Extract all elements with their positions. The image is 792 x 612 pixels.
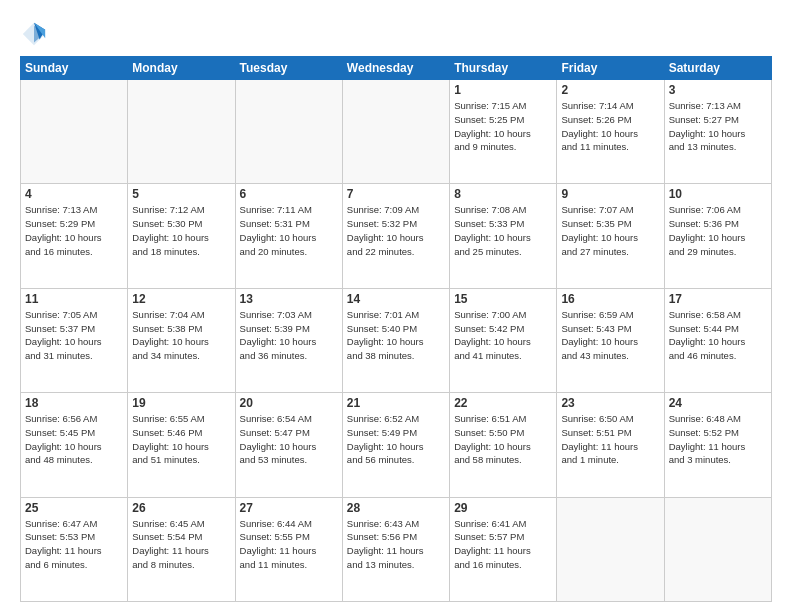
day-info: Sunrise: 7:14 AM Sunset: 5:26 PM Dayligh…	[561, 99, 659, 154]
day-number: 23	[561, 396, 659, 410]
day-info: Sunrise: 6:43 AM Sunset: 5:56 PM Dayligh…	[347, 517, 445, 572]
day-number: 25	[25, 501, 123, 515]
calendar-day: 16Sunrise: 6:59 AM Sunset: 5:43 PM Dayli…	[557, 288, 664, 392]
day-info: Sunrise: 6:59 AM Sunset: 5:43 PM Dayligh…	[561, 308, 659, 363]
day-info: Sunrise: 6:54 AM Sunset: 5:47 PM Dayligh…	[240, 412, 338, 467]
calendar-day: 12Sunrise: 7:04 AM Sunset: 5:38 PM Dayli…	[128, 288, 235, 392]
calendar-day	[557, 497, 664, 601]
day-number: 18	[25, 396, 123, 410]
day-number: 1	[454, 83, 552, 97]
calendar-header-row: SundayMondayTuesdayWednesdayThursdayFrid…	[21, 57, 772, 80]
calendar-day: 22Sunrise: 6:51 AM Sunset: 5:50 PM Dayli…	[450, 393, 557, 497]
calendar-day: 29Sunrise: 6:41 AM Sunset: 5:57 PM Dayli…	[450, 497, 557, 601]
calendar-header-thursday: Thursday	[450, 57, 557, 80]
day-number: 9	[561, 187, 659, 201]
calendar-header-monday: Monday	[128, 57, 235, 80]
day-info: Sunrise: 6:52 AM Sunset: 5:49 PM Dayligh…	[347, 412, 445, 467]
calendar-day: 19Sunrise: 6:55 AM Sunset: 5:46 PM Dayli…	[128, 393, 235, 497]
calendar-day	[342, 80, 449, 184]
page: SundayMondayTuesdayWednesdayThursdayFrid…	[0, 0, 792, 612]
calendar-day: 18Sunrise: 6:56 AM Sunset: 5:45 PM Dayli…	[21, 393, 128, 497]
calendar-header-sunday: Sunday	[21, 57, 128, 80]
calendar-day: 13Sunrise: 7:03 AM Sunset: 5:39 PM Dayli…	[235, 288, 342, 392]
day-number: 28	[347, 501, 445, 515]
calendar-day: 1Sunrise: 7:15 AM Sunset: 5:25 PM Daylig…	[450, 80, 557, 184]
calendar-table: SundayMondayTuesdayWednesdayThursdayFrid…	[20, 56, 772, 602]
header	[20, 16, 772, 48]
day-number: 17	[669, 292, 767, 306]
day-info: Sunrise: 7:05 AM Sunset: 5:37 PM Dayligh…	[25, 308, 123, 363]
day-info: Sunrise: 7:13 AM Sunset: 5:27 PM Dayligh…	[669, 99, 767, 154]
day-info: Sunrise: 7:12 AM Sunset: 5:30 PM Dayligh…	[132, 203, 230, 258]
day-number: 11	[25, 292, 123, 306]
calendar-day: 23Sunrise: 6:50 AM Sunset: 5:51 PM Dayli…	[557, 393, 664, 497]
calendar-header-tuesday: Tuesday	[235, 57, 342, 80]
day-info: Sunrise: 6:47 AM Sunset: 5:53 PM Dayligh…	[25, 517, 123, 572]
calendar-day: 7Sunrise: 7:09 AM Sunset: 5:32 PM Daylig…	[342, 184, 449, 288]
logo-icon	[20, 20, 48, 48]
day-info: Sunrise: 7:08 AM Sunset: 5:33 PM Dayligh…	[454, 203, 552, 258]
calendar-day: 26Sunrise: 6:45 AM Sunset: 5:54 PM Dayli…	[128, 497, 235, 601]
calendar-day: 20Sunrise: 6:54 AM Sunset: 5:47 PM Dayli…	[235, 393, 342, 497]
day-info: Sunrise: 7:06 AM Sunset: 5:36 PM Dayligh…	[669, 203, 767, 258]
calendar-week-4: 18Sunrise: 6:56 AM Sunset: 5:45 PM Dayli…	[21, 393, 772, 497]
day-number: 13	[240, 292, 338, 306]
calendar-day: 28Sunrise: 6:43 AM Sunset: 5:56 PM Dayli…	[342, 497, 449, 601]
day-info: Sunrise: 6:50 AM Sunset: 5:51 PM Dayligh…	[561, 412, 659, 467]
calendar-day: 11Sunrise: 7:05 AM Sunset: 5:37 PM Dayli…	[21, 288, 128, 392]
calendar-day: 14Sunrise: 7:01 AM Sunset: 5:40 PM Dayli…	[342, 288, 449, 392]
day-info: Sunrise: 7:00 AM Sunset: 5:42 PM Dayligh…	[454, 308, 552, 363]
day-info: Sunrise: 6:56 AM Sunset: 5:45 PM Dayligh…	[25, 412, 123, 467]
day-info: Sunrise: 7:09 AM Sunset: 5:32 PM Dayligh…	[347, 203, 445, 258]
day-number: 10	[669, 187, 767, 201]
day-number: 26	[132, 501, 230, 515]
day-number: 21	[347, 396, 445, 410]
calendar-day: 17Sunrise: 6:58 AM Sunset: 5:44 PM Dayli…	[664, 288, 771, 392]
day-number: 27	[240, 501, 338, 515]
calendar-day: 9Sunrise: 7:07 AM Sunset: 5:35 PM Daylig…	[557, 184, 664, 288]
day-number: 15	[454, 292, 552, 306]
day-number: 16	[561, 292, 659, 306]
calendar-header-wednesday: Wednesday	[342, 57, 449, 80]
day-info: Sunrise: 7:07 AM Sunset: 5:35 PM Dayligh…	[561, 203, 659, 258]
day-info: Sunrise: 6:58 AM Sunset: 5:44 PM Dayligh…	[669, 308, 767, 363]
day-info: Sunrise: 6:51 AM Sunset: 5:50 PM Dayligh…	[454, 412, 552, 467]
day-number: 12	[132, 292, 230, 306]
calendar-week-5: 25Sunrise: 6:47 AM Sunset: 5:53 PM Dayli…	[21, 497, 772, 601]
calendar-week-3: 11Sunrise: 7:05 AM Sunset: 5:37 PM Dayli…	[21, 288, 772, 392]
calendar-day: 27Sunrise: 6:44 AM Sunset: 5:55 PM Dayli…	[235, 497, 342, 601]
day-number: 7	[347, 187, 445, 201]
day-number: 3	[669, 83, 767, 97]
day-number: 5	[132, 187, 230, 201]
day-info: Sunrise: 6:55 AM Sunset: 5:46 PM Dayligh…	[132, 412, 230, 467]
day-info: Sunrise: 6:48 AM Sunset: 5:52 PM Dayligh…	[669, 412, 767, 467]
calendar-day: 24Sunrise: 6:48 AM Sunset: 5:52 PM Dayli…	[664, 393, 771, 497]
calendar-day: 10Sunrise: 7:06 AM Sunset: 5:36 PM Dayli…	[664, 184, 771, 288]
calendar-week-1: 1Sunrise: 7:15 AM Sunset: 5:25 PM Daylig…	[21, 80, 772, 184]
day-number: 8	[454, 187, 552, 201]
calendar-header-saturday: Saturday	[664, 57, 771, 80]
day-info: Sunrise: 7:01 AM Sunset: 5:40 PM Dayligh…	[347, 308, 445, 363]
calendar-week-2: 4Sunrise: 7:13 AM Sunset: 5:29 PM Daylig…	[21, 184, 772, 288]
day-number: 19	[132, 396, 230, 410]
day-number: 24	[669, 396, 767, 410]
calendar-day: 4Sunrise: 7:13 AM Sunset: 5:29 PM Daylig…	[21, 184, 128, 288]
day-info: Sunrise: 6:41 AM Sunset: 5:57 PM Dayligh…	[454, 517, 552, 572]
calendar-day: 15Sunrise: 7:00 AM Sunset: 5:42 PM Dayli…	[450, 288, 557, 392]
day-number: 14	[347, 292, 445, 306]
calendar-day: 21Sunrise: 6:52 AM Sunset: 5:49 PM Dayli…	[342, 393, 449, 497]
day-info: Sunrise: 6:44 AM Sunset: 5:55 PM Dayligh…	[240, 517, 338, 572]
calendar-day	[128, 80, 235, 184]
day-number: 29	[454, 501, 552, 515]
calendar-header-friday: Friday	[557, 57, 664, 80]
day-number: 2	[561, 83, 659, 97]
day-number: 4	[25, 187, 123, 201]
calendar-day: 8Sunrise: 7:08 AM Sunset: 5:33 PM Daylig…	[450, 184, 557, 288]
logo	[20, 20, 50, 48]
day-info: Sunrise: 7:04 AM Sunset: 5:38 PM Dayligh…	[132, 308, 230, 363]
day-number: 20	[240, 396, 338, 410]
calendar-day: 6Sunrise: 7:11 AM Sunset: 5:31 PM Daylig…	[235, 184, 342, 288]
calendar-day	[664, 497, 771, 601]
calendar-day: 3Sunrise: 7:13 AM Sunset: 5:27 PM Daylig…	[664, 80, 771, 184]
day-info: Sunrise: 7:11 AM Sunset: 5:31 PM Dayligh…	[240, 203, 338, 258]
